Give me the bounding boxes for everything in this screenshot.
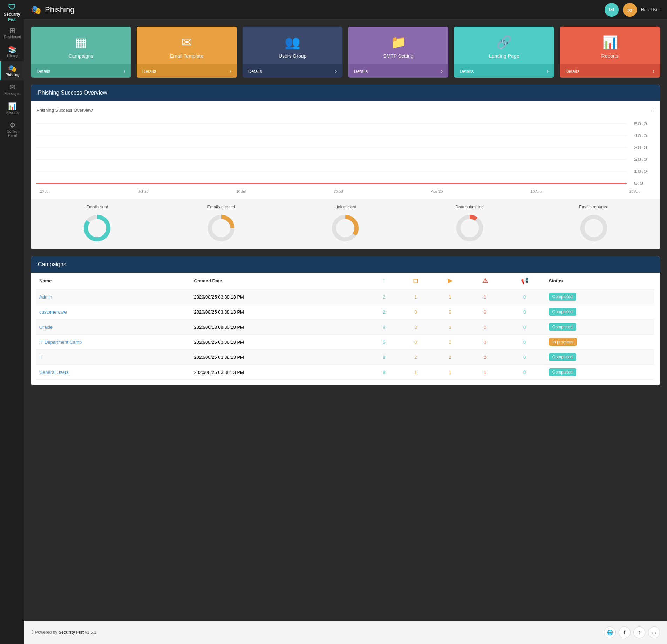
- status-badge: Completed: [549, 308, 576, 316]
- campaign-sent: 5: [370, 335, 398, 350]
- campaign-name-link[interactable]: IT Department Camp: [39, 340, 82, 345]
- x-label-5: 10 Aug: [531, 190, 542, 193]
- donut-emails-sent-chart: [81, 212, 113, 244]
- donut-data-submitted-label: Data submitted: [455, 205, 484, 210]
- chart-menu-icon[interactable]: ≡: [651, 107, 654, 114]
- sidebar-label-dashboard: Dashboard: [4, 35, 21, 39]
- col-header-name: Name: [36, 273, 191, 289]
- landing-page-card-title: Landing Page: [489, 53, 519, 59]
- campaign-status: Completed: [546, 304, 654, 320]
- campaigns-table-container: Name Created Date ↑ ◻ ▶ ⚠: [31, 273, 660, 385]
- report-header-icon: 📢: [521, 277, 529, 284]
- landing-page-card-arrow: ›: [547, 68, 549, 74]
- donut-emails-reported-chart: [578, 212, 610, 244]
- sidebar-item-reports[interactable]: 📊 Reports: [0, 99, 24, 118]
- email-template-card-icon: ✉: [182, 35, 192, 50]
- campaign-sent: 2: [370, 304, 398, 320]
- campaign-status: Completed: [546, 365, 654, 380]
- svg-text:10.0: 10.0: [634, 170, 647, 173]
- topbar: 🎭 Phishing ✉ ro Root User: [24, 0, 667, 20]
- campaigns-title: Campaigns: [38, 261, 66, 267]
- campaign-status: Completed: [546, 350, 654, 365]
- reports-card-arrow: ›: [653, 68, 654, 74]
- donut-emails-sent-label: Emails sent: [86, 205, 108, 210]
- user-avatar-button[interactable]: ro: [623, 3, 637, 17]
- campaign-name-link[interactable]: General Users: [39, 370, 69, 375]
- overview-section: Phishing Success Overview Phishing Succe…: [31, 85, 660, 249]
- campaign-status: In progress: [546, 335, 654, 350]
- logo-subname: Fist: [8, 17, 15, 22]
- campaign-data: 0: [467, 320, 503, 335]
- campaign-status: Completed: [546, 320, 654, 335]
- campaign-sent: 2: [370, 289, 398, 304]
- x-label-0: 20 Jun: [40, 190, 50, 193]
- campaign-clicked: 1: [433, 365, 467, 380]
- page-title-icon: 🎭: [31, 5, 41, 15]
- card-reports[interactable]: 📊 Reports Details ›: [560, 27, 660, 78]
- col-header-clicked: ▶: [433, 273, 467, 289]
- table-row: General Users 2020/08/25 03:38:13 PM 8 1…: [36, 365, 654, 380]
- sidebar-label-reports: Reports: [6, 111, 19, 115]
- users-group-card-icon: 👥: [285, 35, 300, 50]
- chart-area: Phishing Success Overview ≡ 50.0 40.0 30…: [31, 101, 660, 199]
- svg-text:0.0: 0.0: [634, 181, 644, 185]
- users-group-card-arrow: ›: [335, 68, 337, 74]
- social-globe-button[interactable]: 🌐: [604, 626, 616, 638]
- overview-header: Phishing Success Overview: [31, 85, 660, 101]
- sidebar-item-library[interactable]: 📚 Library: [0, 42, 24, 61]
- topbar-actions: ✉ ro Root User: [605, 3, 660, 17]
- x-label-3: 20 Jul: [334, 190, 343, 193]
- campaign-reported: 0: [503, 350, 546, 365]
- campaign-clicked: 1: [433, 289, 467, 304]
- sidebar-item-control-panel[interactable]: ⚙ Control Panel: [0, 118, 24, 141]
- card-campaigns[interactable]: ▦ Campaigns Details ›: [31, 27, 131, 78]
- sidebar-item-dashboard[interactable]: ⊞ Dashboard: [0, 23, 24, 42]
- campaign-date: 2020/08/25 03:38:13 PM: [191, 365, 370, 380]
- campaign-name-link[interactable]: customercare: [39, 309, 67, 315]
- card-users-group[interactable]: 👥 Users Group Details ›: [243, 27, 343, 78]
- donut-link-clicked-label: Link clicked: [334, 205, 356, 210]
- line-chart: 50.0 40.0 30.0 20.0 10.0 0.0: [36, 117, 654, 187]
- sidebar-item-phishing[interactable]: 🎭 Phishing: [0, 61, 24, 80]
- svg-point-20: [583, 217, 605, 239]
- donut-link-clicked-chart: [329, 212, 361, 244]
- send-header-icon: ↑: [382, 277, 386, 284]
- sidebar-label-messages: Messages: [5, 92, 21, 96]
- social-twitter-button[interactable]: t: [633, 626, 645, 638]
- col-header-reported: 📢: [503, 273, 546, 289]
- campaign-clicked: 0: [433, 304, 467, 320]
- social-linkedin-button[interactable]: in: [648, 626, 660, 638]
- smtp-card-arrow: ›: [441, 68, 443, 74]
- campaign-opened: 0: [398, 335, 433, 350]
- card-smtp-setting[interactable]: 📁 SMTP Setting Details ›: [348, 27, 448, 78]
- sidebar-label-control-panel: Control Panel: [2, 130, 22, 137]
- campaigns-section: Campaigns Name Created Date ↑ ◻: [31, 256, 660, 385]
- campaign-reported: 0: [503, 365, 546, 380]
- page-title-text: Phishing: [45, 5, 74, 14]
- card-email-template[interactable]: ✉ Email Template Details ›: [137, 27, 237, 78]
- campaign-name-link[interactable]: IT: [39, 355, 43, 360]
- campaign-data: 0: [467, 335, 503, 350]
- donut-emails-reported-label: Emails reported: [579, 205, 608, 210]
- footer-text: © Powered by Security Fist v1.5.1: [31, 630, 96, 635]
- donut-emails-reported: Emails reported: [578, 205, 610, 244]
- card-landing-page[interactable]: 🔗 Landing Page Details ›: [454, 27, 554, 78]
- col-header-sent: ↑: [370, 273, 398, 289]
- click-header-icon: ▶: [448, 277, 452, 284]
- campaign-date: 2020/08/25 03:38:13 PM: [191, 335, 370, 350]
- svg-text:20.0: 20.0: [634, 158, 647, 162]
- sidebar-item-messages[interactable]: ✉ Messages: [0, 80, 24, 99]
- campaign-reported: 0: [503, 289, 546, 304]
- landing-page-card-icon: 🔗: [496, 35, 512, 50]
- svg-text:30.0: 30.0: [634, 146, 647, 150]
- status-badge: Completed: [549, 368, 576, 376]
- campaign-reported: 0: [503, 320, 546, 335]
- campaigns-table: Name Created Date ↑ ◻ ▶ ⚠: [36, 273, 654, 380]
- landing-page-card-details: Details: [460, 69, 474, 74]
- social-facebook-button[interactable]: f: [619, 626, 631, 638]
- campaign-name-link[interactable]: Oracle: [39, 324, 53, 330]
- campaign-sent: 8: [370, 350, 398, 365]
- campaign-name-link[interactable]: Admin: [39, 294, 52, 300]
- campaign-date: 2020/08/25 03:38:13 PM: [191, 304, 370, 320]
- notification-button[interactable]: ✉: [605, 3, 619, 17]
